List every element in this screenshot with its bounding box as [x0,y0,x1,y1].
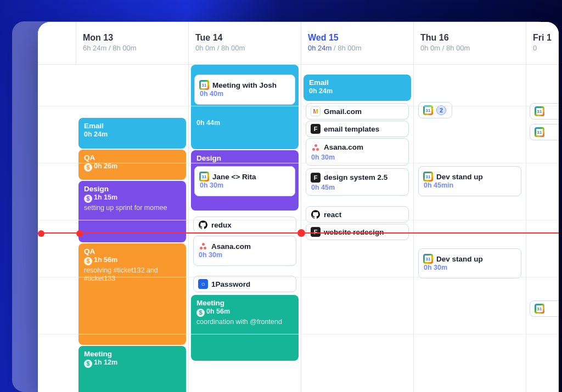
event-email[interactable]: Email 0h 24m [304,75,411,101]
card-1password[interactable]: 1Password [193,276,296,292]
time-gutter: 9:00 10:00 11:00 12:00 13:00 11:15 [38,22,76,392]
gcal-icon [199,172,209,181]
day-header[interactable]: Thu 16 0h 0m / 8h 00m [414,22,526,65]
day-tracked: 6h 24m / 8h 00m [83,44,182,52]
day-tracked: 0h 24m / 8h 00m [308,44,407,52]
card-dev-standup[interactable]: Dev stand up 0h 45min [418,166,521,196]
day-name: Fri 1 [533,33,553,43]
figma-icon [311,173,321,183]
card-redux[interactable]: redux [193,217,296,233]
event-email[interactable]: Email 0h 24m [78,118,186,149]
day-header[interactable]: Tue 14 0h 0m / 8h 00m [189,22,301,65]
event-meeting[interactable]: Meeting $0h 56m coordination with @front… [191,295,299,361]
1password-icon [198,279,208,289]
now-dot [297,229,305,237]
figma-icon [311,124,321,134]
day-header[interactable]: Mon 13 6h 24m / 8h 00m [76,22,188,65]
day-col-fri[interactable]: Fri 1 0 [526,22,559,392]
gcal-icon [535,127,544,137]
card-dev-standup[interactable]: Dev stand up 0h 30m [418,248,521,279]
gcal-icon [199,80,209,90]
day-col-thu[interactable]: Thu 16 0h 0m / 8h 00m 2 Dev stand up 0h … [414,22,526,392]
week-calendar: 9:00 10:00 11:00 12:00 13:00 11:15 Mon 1… [38,22,559,392]
day-tracked: 0h 0m / 8h 00m [420,44,519,52]
coin-icon: $ [84,163,92,172]
card-jane-rita[interactable]: Jane <> Rita 0h 30m [194,166,295,196]
gcal-icon [535,304,544,314]
day-name: Mon 13 [83,33,182,43]
coin-icon: $ [196,309,205,317]
coin-icon: $ [84,257,92,265]
card-meeting-josh[interactable]: Meeting with Josh 0h 40m [194,75,295,105]
day-header[interactable]: Wed 15 0h 24m / 8h 00m [301,22,413,65]
github-icon [198,220,208,230]
day-header[interactable]: Fri 1 0 [526,22,559,65]
card-figma-templates[interactable]: email templates [306,121,409,137]
asana-icon [198,241,208,251]
calendar-frame: 9:00 10:00 11:00 12:00 13:00 11:15 Mon 1… [38,22,559,392]
card-website-redesign[interactable]: website redesign [306,224,409,240]
day-name: Tue 14 [195,33,294,43]
gmail-icon [311,106,321,116]
day-col-mon[interactable]: Mon 13 6h 24m / 8h 00m Email 0h 24m QA $… [76,22,189,392]
card-item[interactable] [530,103,559,120]
github-icon [311,209,321,219]
event-meeting[interactable]: Meeting $1h 12m [78,346,186,392]
card-react[interactable]: react [306,206,409,223]
event-design[interactable]: Design $1h 15m setting up sprint for mom… [78,181,186,242]
asana-icon [311,143,321,152]
card-item[interactable] [530,300,559,317]
day-name: Wed 15 [308,33,407,43]
card-event-count[interactable]: 2 [418,102,452,118]
event-qa[interactable]: QA $1h 56m resolving #ticket132 and #tic… [78,243,186,345]
day-name: Thu 16 [420,33,519,43]
count-badge: 2 [436,105,446,115]
card-gmail[interactable]: Gmail.com [306,103,409,120]
card-item[interactable] [530,124,559,140]
gcal-icon [423,254,433,264]
day-col-tue[interactable]: Tue 14 0h 0m / 8h 00m 0h 44m Meeting wit… [189,22,301,392]
coin-icon: $ [84,195,92,203]
day-tracked: 0 [533,44,553,52]
card-design-system[interactable]: design system 2.5 0h 45m [306,168,409,196]
gcal-icon [535,106,544,116]
figma-icon [311,227,321,237]
event-qa[interactable]: QA $0h 26m [78,150,186,180]
coin-icon: $ [84,360,92,368]
gcal-icon [423,105,433,115]
card-asana[interactable]: Asana.com 0h 30m [306,138,409,166]
gcal-icon [423,172,433,181]
day-col-wed[interactable]: Wed 15 0h 24m / 8h 00m Email 0h 24m Gmai… [301,22,414,392]
card-asana[interactable]: Asana.com 0h 30m [193,236,296,266]
day-tracked: 0h 0m / 8h 00m [195,44,294,52]
